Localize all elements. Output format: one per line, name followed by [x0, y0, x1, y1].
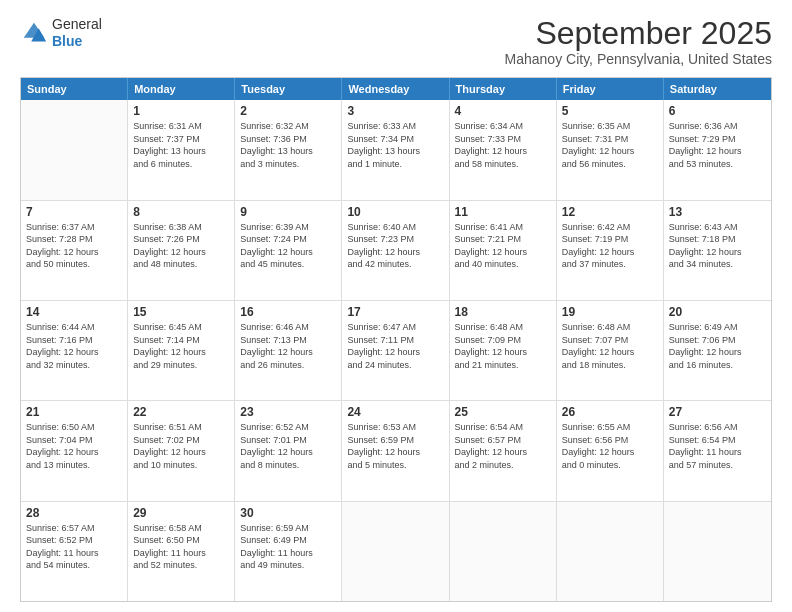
cell-l2: Sunset: 7:18 PM — [669, 233, 766, 246]
cell-l1: Sunrise: 6:35 AM — [562, 120, 658, 133]
subtitle: Mahanoy City, Pennsylvania, United State… — [505, 51, 772, 67]
cell-l1: Sunrise: 6:53 AM — [347, 421, 443, 434]
cell-l3: Daylight: 12 hours — [240, 346, 336, 359]
day-number: 3 — [347, 104, 443, 118]
cell-l1: Sunrise: 6:39 AM — [240, 221, 336, 234]
cal-cell-w1-d3: 2Sunrise: 6:32 AMSunset: 7:36 PMDaylight… — [235, 100, 342, 199]
cell-l1: Sunrise: 6:49 AM — [669, 321, 766, 334]
cell-l1: Sunrise: 6:48 AM — [562, 321, 658, 334]
day-number: 23 — [240, 405, 336, 419]
cell-l3: Daylight: 12 hours — [669, 145, 766, 158]
cell-l3: Daylight: 11 hours — [240, 547, 336, 560]
cell-l1: Sunrise: 6:55 AM — [562, 421, 658, 434]
cal-cell-w4-d1: 21Sunrise: 6:50 AMSunset: 7:04 PMDayligh… — [21, 401, 128, 500]
cal-cell-w2-d3: 9Sunrise: 6:39 AMSunset: 7:24 PMDaylight… — [235, 201, 342, 300]
cell-l3: Daylight: 12 hours — [455, 346, 551, 359]
cell-l4: and 16 minutes. — [669, 359, 766, 372]
cell-l3: Daylight: 12 hours — [133, 346, 229, 359]
cell-l3: Daylight: 12 hours — [669, 346, 766, 359]
cal-cell-w5-d6 — [557, 502, 664, 601]
cell-l1: Sunrise: 6:54 AM — [455, 421, 551, 434]
day-number: 14 — [26, 305, 122, 319]
week-row-5: 28Sunrise: 6:57 AMSunset: 6:52 PMDayligh… — [21, 502, 771, 601]
cell-l2: Sunset: 7:33 PM — [455, 133, 551, 146]
cell-l2: Sunset: 7:37 PM — [133, 133, 229, 146]
cal-cell-w3-d7: 20Sunrise: 6:49 AMSunset: 7:06 PMDayligh… — [664, 301, 771, 400]
day-number: 10 — [347, 205, 443, 219]
cell-l3: Daylight: 11 hours — [26, 547, 122, 560]
cal-cell-w3-d6: 19Sunrise: 6:48 AMSunset: 7:07 PMDayligh… — [557, 301, 664, 400]
calendar-body: 1Sunrise: 6:31 AMSunset: 7:37 PMDaylight… — [21, 100, 771, 601]
cell-l4: and 21 minutes. — [455, 359, 551, 372]
cal-cell-w1-d6: 5Sunrise: 6:35 AMSunset: 7:31 PMDaylight… — [557, 100, 664, 199]
logo-text: General Blue — [52, 16, 102, 50]
cell-l4: and 50 minutes. — [26, 258, 122, 271]
cell-l2: Sunset: 7:34 PM — [347, 133, 443, 146]
cell-l4: and 1 minute. — [347, 158, 443, 171]
cell-l4: and 42 minutes. — [347, 258, 443, 271]
cell-l3: Daylight: 12 hours — [347, 446, 443, 459]
day-number: 8 — [133, 205, 229, 219]
cell-l3: Daylight: 13 hours — [133, 145, 229, 158]
cell-l1: Sunrise: 6:41 AM — [455, 221, 551, 234]
cal-cell-w3-d1: 14Sunrise: 6:44 AMSunset: 7:16 PMDayligh… — [21, 301, 128, 400]
cell-l4: and 2 minutes. — [455, 459, 551, 472]
cell-l3: Daylight: 12 hours — [347, 346, 443, 359]
cell-l4: and 5 minutes. — [347, 459, 443, 472]
cell-l3: Daylight: 12 hours — [347, 246, 443, 259]
page: General Blue September 2025 Mahanoy City… — [0, 0, 792, 612]
cell-l1: Sunrise: 6:57 AM — [26, 522, 122, 535]
cell-l2: Sunset: 7:16 PM — [26, 334, 122, 347]
header: General Blue September 2025 Mahanoy City… — [20, 16, 772, 67]
cell-l3: Daylight: 12 hours — [26, 246, 122, 259]
cell-l4: and 8 minutes. — [240, 459, 336, 472]
cell-l4: and 56 minutes. — [562, 158, 658, 171]
cell-l3: Daylight: 12 hours — [133, 246, 229, 259]
cell-l4: and 6 minutes. — [133, 158, 229, 171]
cell-l2: Sunset: 7:19 PM — [562, 233, 658, 246]
week-row-3: 14Sunrise: 6:44 AMSunset: 7:16 PMDayligh… — [21, 301, 771, 401]
day-number: 27 — [669, 405, 766, 419]
cal-cell-w3-d2: 15Sunrise: 6:45 AMSunset: 7:14 PMDayligh… — [128, 301, 235, 400]
cell-l2: Sunset: 6:54 PM — [669, 434, 766, 447]
cell-l2: Sunset: 7:23 PM — [347, 233, 443, 246]
cal-cell-w5-d1: 28Sunrise: 6:57 AMSunset: 6:52 PMDayligh… — [21, 502, 128, 601]
cell-l4: and 24 minutes. — [347, 359, 443, 372]
cal-cell-w2-d1: 7Sunrise: 6:37 AMSunset: 7:28 PMDaylight… — [21, 201, 128, 300]
cell-l1: Sunrise: 6:37 AM — [26, 221, 122, 234]
cell-l3: Daylight: 13 hours — [347, 145, 443, 158]
cell-l3: Daylight: 11 hours — [669, 446, 766, 459]
cell-l2: Sunset: 7:28 PM — [26, 233, 122, 246]
cell-l1: Sunrise: 6:44 AM — [26, 321, 122, 334]
cell-l3: Daylight: 12 hours — [455, 145, 551, 158]
header-wednesday: Wednesday — [342, 78, 449, 100]
cal-cell-w3-d4: 17Sunrise: 6:47 AMSunset: 7:11 PMDayligh… — [342, 301, 449, 400]
cell-l2: Sunset: 7:29 PM — [669, 133, 766, 146]
day-number: 26 — [562, 405, 658, 419]
title-block: September 2025 Mahanoy City, Pennsylvani… — [505, 16, 772, 67]
cell-l2: Sunset: 7:26 PM — [133, 233, 229, 246]
cal-cell-w4-d3: 23Sunrise: 6:52 AMSunset: 7:01 PMDayligh… — [235, 401, 342, 500]
day-number: 30 — [240, 506, 336, 520]
cell-l2: Sunset: 7:09 PM — [455, 334, 551, 347]
cal-cell-w3-d5: 18Sunrise: 6:48 AMSunset: 7:09 PMDayligh… — [450, 301, 557, 400]
cal-cell-w5-d3: 30Sunrise: 6:59 AMSunset: 6:49 PMDayligh… — [235, 502, 342, 601]
cal-cell-w1-d4: 3Sunrise: 6:33 AMSunset: 7:34 PMDaylight… — [342, 100, 449, 199]
cell-l1: Sunrise: 6:31 AM — [133, 120, 229, 133]
cal-cell-w2-d4: 10Sunrise: 6:40 AMSunset: 7:23 PMDayligh… — [342, 201, 449, 300]
cell-l2: Sunset: 7:24 PM — [240, 233, 336, 246]
cell-l2: Sunset: 6:49 PM — [240, 534, 336, 547]
month-title: September 2025 — [505, 16, 772, 51]
logo-general: General — [52, 16, 102, 32]
cell-l2: Sunset: 7:21 PM — [455, 233, 551, 246]
cell-l3: Daylight: 12 hours — [455, 446, 551, 459]
cal-cell-w5-d5 — [450, 502, 557, 601]
cal-cell-w5-d2: 29Sunrise: 6:58 AMSunset: 6:50 PMDayligh… — [128, 502, 235, 601]
cell-l1: Sunrise: 6:42 AM — [562, 221, 658, 234]
cell-l1: Sunrise: 6:45 AM — [133, 321, 229, 334]
day-number: 28 — [26, 506, 122, 520]
cell-l4: and 52 minutes. — [133, 559, 229, 572]
cell-l3: Daylight: 12 hours — [133, 446, 229, 459]
cal-cell-w2-d7: 13Sunrise: 6:43 AMSunset: 7:18 PMDayligh… — [664, 201, 771, 300]
cell-l1: Sunrise: 6:52 AM — [240, 421, 336, 434]
